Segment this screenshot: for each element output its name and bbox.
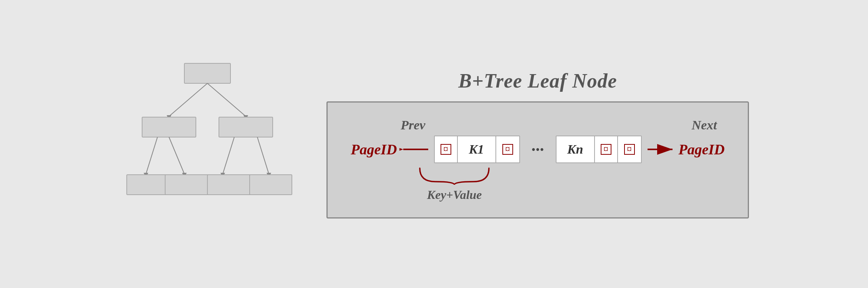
cell-sq-3: ¤: [595, 136, 618, 162]
leaf-title: B+Tree Leaf Node: [458, 70, 617, 92]
dots: ···: [532, 140, 544, 159]
svg-rect-16: [165, 175, 211, 195]
arrow-right: [646, 142, 676, 156]
key-value-label: Key+Value: [427, 188, 482, 202]
brace-svg: [416, 166, 493, 185]
prev-label: Prev: [401, 118, 425, 132]
brace-section: Key+Value: [416, 166, 493, 202]
svg-line-13: [257, 137, 269, 174]
cell-sq-2: ¤: [496, 136, 519, 162]
svg-line-1: [169, 83, 207, 116]
leaf-outer-box: Prev Next PageID: [326, 101, 749, 218]
leaf-section: B+Tree Leaf Node Prev Next PageID: [326, 70, 749, 218]
main-container: B+Tree Leaf Node Prev Next PageID: [0, 0, 868, 288]
red-sq-icon-3: ¤: [601, 144, 611, 155]
svg-line-11: [223, 137, 234, 174]
pageid-left: PageID: [351, 141, 397, 158]
labels-row: Prev Next: [351, 118, 725, 132]
cell-k1: K1: [458, 136, 496, 162]
svg-line-7: [146, 137, 157, 174]
pageid-right: PageID: [679, 141, 725, 158]
svg-rect-6: [219, 117, 273, 137]
svg-rect-0: [184, 63, 230, 83]
arrow-left: [399, 142, 430, 156]
cell-sq-1: ¤: [435, 136, 458, 162]
svg-rect-18: [250, 175, 292, 195]
btree-svg: [119, 52, 296, 236]
cell-kn: Kn: [557, 136, 595, 162]
red-sq-icon-1: ¤: [441, 144, 451, 155]
red-sq-icon-2: ¤: [502, 144, 513, 155]
red-sq-icon-4: ¤: [624, 144, 635, 155]
svg-rect-5: [142, 117, 196, 137]
arrows-row: PageID ¤: [351, 136, 725, 163]
cell-group-first: ¤ K1 ¤: [434, 136, 520, 163]
cell-group-last: Kn ¤ ¤: [556, 136, 642, 163]
svg-line-3: [207, 83, 246, 116]
svg-line-9: [169, 137, 184, 174]
btree-diagram: [119, 52, 296, 236]
next-label: Next: [692, 118, 717, 132]
cell-sq-4: ¤: [618, 136, 641, 162]
